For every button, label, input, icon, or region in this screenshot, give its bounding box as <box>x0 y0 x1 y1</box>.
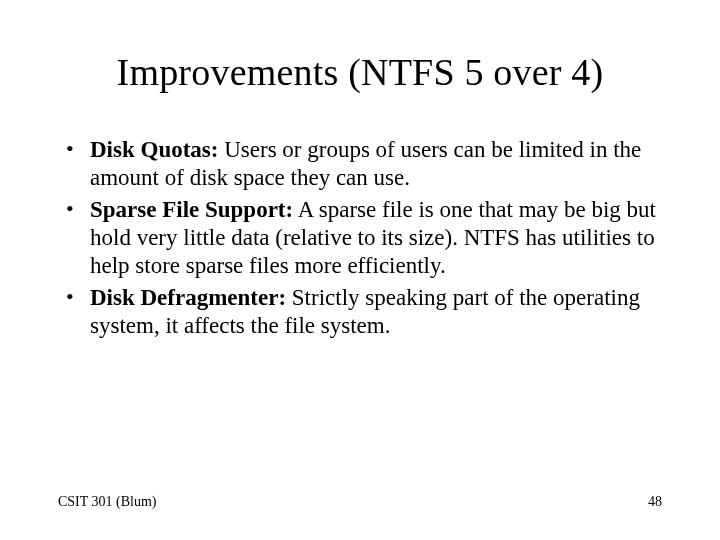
slide: Improvements (NTFS 5 over 4) Disk Quotas… <box>0 0 720 540</box>
list-item: Disk Quotas: Users or groups of users ca… <box>58 136 662 192</box>
bullet-term: Disk Defragmenter: <box>90 285 286 310</box>
bullet-term: Disk Quotas: <box>90 137 218 162</box>
list-item: Sparse File Support: A sparse file is on… <box>58 196 662 280</box>
slide-number: 48 <box>648 494 662 510</box>
list-item: Disk Defragmenter: Strictly speaking par… <box>58 284 662 340</box>
bullet-term: Sparse File Support: <box>90 197 293 222</box>
footer-course: CSIT 301 (Blum) <box>58 494 157 510</box>
slide-title: Improvements (NTFS 5 over 4) <box>58 50 662 94</box>
footer: CSIT 301 (Blum) 48 <box>58 494 662 510</box>
bullet-list: Disk Quotas: Users or groups of users ca… <box>58 136 662 340</box>
